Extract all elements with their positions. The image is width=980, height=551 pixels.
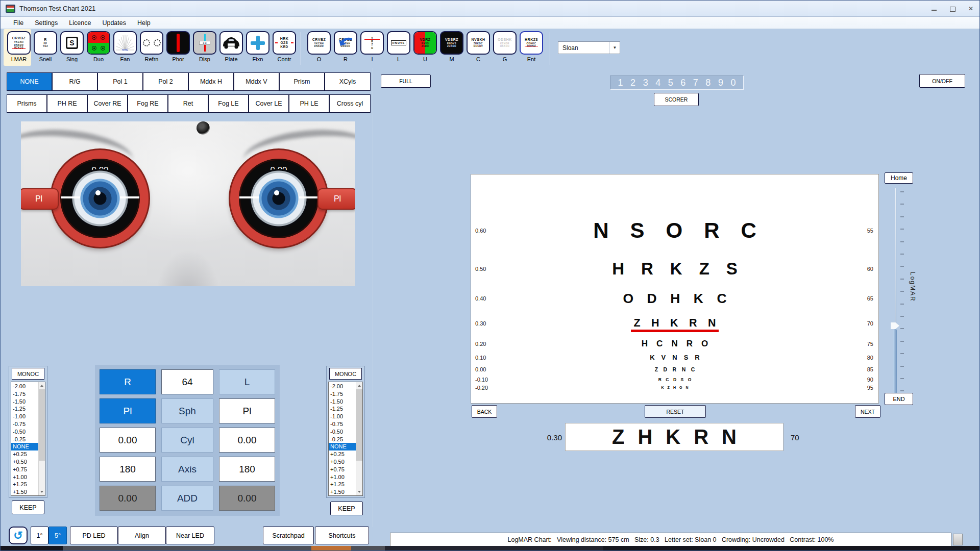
list-item[interactable]: -1.25 <box>11 405 38 413</box>
toolbar-letters-single-column[interactable]: V R Z H I <box>359 31 385 62</box>
status-side-button[interactable] <box>953 534 963 545</box>
undo-button[interactable]: ↺ <box>9 527 28 544</box>
left-lens-pl-tab[interactable]: Pl <box>317 188 355 210</box>
menu-help[interactable]: Help <box>132 17 156 29</box>
menu-licence[interactable]: Licence <box>63 17 96 29</box>
back-button[interactable]: BACK <box>472 405 497 418</box>
reset-button[interactable]: RESET <box>645 405 706 418</box>
grid-cell-pd[interactable]: 64 <box>161 369 213 394</box>
grid-cell-axis-left[interactable]: 180 <box>219 457 275 482</box>
list-item[interactable]: +0.25 <box>329 450 356 458</box>
toolbar-chart-contrast[interactable]: HRK OZS KRD Contr <box>271 31 298 62</box>
list-item[interactable]: -1.00 <box>329 413 356 420</box>
tab-mddx-v[interactable]: Mddx V <box>234 72 279 91</box>
logmar-slider-thumb[interactable] <box>891 322 899 329</box>
restore-icon[interactable] <box>949 5 956 12</box>
digit-key[interactable]: 9 <box>718 78 723 88</box>
grid-cell-sph-left[interactable]: Pl <box>219 398 275 423</box>
list-item[interactable]: -1.00 <box>11 413 38 420</box>
digit-key[interactable]: 0 <box>730 78 736 88</box>
tab-fog-le[interactable]: Fog LE <box>208 94 249 113</box>
tab-pol1[interactable]: Pol 1 <box>97 72 143 91</box>
tab-xcyls[interactable]: XCyls <box>325 72 371 91</box>
tab-cover-le[interactable]: Cover LE <box>249 94 289 113</box>
right-eye-lens[interactable]: 0.00 <box>52 150 149 247</box>
home-button[interactable]: Home <box>885 172 913 184</box>
tab-prisms[interactable]: Prisms <box>7 94 47 113</box>
tab-none[interactable]: NONE <box>7 72 52 91</box>
menu-settings[interactable]: Settings <box>29 17 63 29</box>
list-scrollbar[interactable] <box>38 382 45 495</box>
toolbar-chart-lmar[interactable]: CRVBZ VKCNH DNSOR HZKDS LMAR <box>6 31 32 62</box>
toolbar-chart-plate[interactable]: Plate <box>218 31 244 62</box>
close-icon[interactable]: ✕ <box>967 5 974 12</box>
list-item[interactable]: +0.75 <box>11 466 38 473</box>
list-scrollbar[interactable] <box>356 382 362 495</box>
tab-mddx-h[interactable]: Mddx H <box>188 72 234 91</box>
toolbar-letters-inverted[interactable]: VDSRZ RNOVS ZCKDH M <box>438 31 465 62</box>
grid-cell-cyl-label[interactable]: Cyl <box>161 428 213 453</box>
grid-cell-l[interactable]: L <box>219 369 275 394</box>
keep-button-left-eye[interactable]: KEEP <box>330 502 363 515</box>
tab-fog-re[interactable]: Fog RE <box>128 94 168 113</box>
menu-file[interactable]: File <box>8 17 29 29</box>
grid-cell-cyl-right[interactable]: 0.00 <box>100 428 156 453</box>
list-item[interactable]: +0.50 <box>329 458 356 466</box>
grid-cell-axis-label[interactable]: Axis <box>161 457 213 482</box>
scroll-down-icon[interactable] <box>356 488 362 495</box>
list-item[interactable]: -0.25 <box>329 436 356 443</box>
list-item[interactable]: -1.75 <box>11 390 38 398</box>
scroll-down-icon[interactable] <box>39 488 45 495</box>
toolbar-letters-duochrome[interactable]: VDRZ RNVS ZCDH U <box>412 31 438 62</box>
list-item-selected[interactable]: NONE <box>329 443 356 450</box>
list-item[interactable]: -0.75 <box>329 420 356 428</box>
scroll-up-icon[interactable] <box>39 382 45 389</box>
toolbar-chart-fixation[interactable]: Fixn <box>244 31 271 62</box>
toolbar-chart-fan[interactable]: Fan <box>112 31 138 62</box>
tab-pol2[interactable]: Pol 2 <box>143 72 188 91</box>
grid-cell-axis-right[interactable]: 180 <box>100 457 156 482</box>
minimize-icon[interactable] <box>930 5 938 12</box>
grid-cell-add-left[interactable]: 0.00 <box>219 486 275 511</box>
tab-ph-le[interactable]: PH LE <box>289 94 329 113</box>
toolbar-letters-o[interactable]: CRVBZ VKCNH DNSOR O <box>306 31 332 62</box>
list-item[interactable]: -1.75 <box>329 390 356 398</box>
grid-cell-add-label[interactable]: ADD <box>161 486 213 511</box>
digit-key[interactable]: 5 <box>668 78 673 88</box>
tab-rg[interactable]: R/G <box>52 72 97 91</box>
digit-key[interactable]: 2 <box>630 78 635 88</box>
end-button[interactable]: END <box>885 393 913 405</box>
list-item[interactable]: +0.25 <box>11 450 38 458</box>
list-item[interactable]: +0.75 <box>329 466 356 473</box>
digit-key[interactable]: 3 <box>643 78 648 88</box>
toolbar-letters-grey[interactable]: ODSHK KZNDR HSKRH G <box>492 31 518 62</box>
step-1deg-button[interactable]: 1° <box>31 527 48 544</box>
grid-cell-r[interactable]: R <box>100 369 156 394</box>
tab-ret[interactable]: Ret <box>168 94 208 113</box>
left-eye-lens[interactable]: 0.00 <box>230 150 327 247</box>
list-item-selected[interactable]: NONE <box>11 443 38 450</box>
digit-key[interactable]: 7 <box>693 78 698 88</box>
tab-cross-cyl[interactable]: Cross cyl <box>329 94 371 113</box>
list-item[interactable]: +1.00 <box>329 473 356 481</box>
scorer-button[interactable]: SCORER <box>654 93 699 106</box>
list-item[interactable]: -1.50 <box>329 398 356 406</box>
right-lens-pl-tab[interactable]: Pl <box>21 188 59 210</box>
menu-updates[interactable]: Updates <box>96 17 132 29</box>
align-button[interactable]: Align <box>118 527 166 544</box>
tab-prism[interactable]: Prism <box>279 72 325 91</box>
keep-button-right-eye[interactable]: KEEP <box>12 500 44 514</box>
toolbar-letters-crowded[interactable]: NVSKH ZRKDC DHCHV C <box>465 31 492 62</box>
list-item[interactable]: +1.25 <box>11 481 38 488</box>
list-item[interactable]: +1.00 <box>11 473 38 481</box>
digit-key[interactable]: 1 <box>618 78 623 88</box>
toolbar-chart-refrn[interactable]: Refrn <box>138 31 165 62</box>
list-item[interactable]: +1.50 <box>11 488 38 496</box>
monoc-button[interactable]: MONOC <box>12 368 44 380</box>
shortcuts-button[interactable]: Shortcuts <box>315 527 369 544</box>
list-item[interactable]: -2.00 <box>11 383 38 390</box>
list-item[interactable]: +0.50 <box>11 458 38 466</box>
pd-led-button[interactable]: PD LED <box>70 527 118 544</box>
list-item[interactable]: -0.50 <box>329 428 356 436</box>
list-item[interactable]: -1.50 <box>11 398 38 406</box>
